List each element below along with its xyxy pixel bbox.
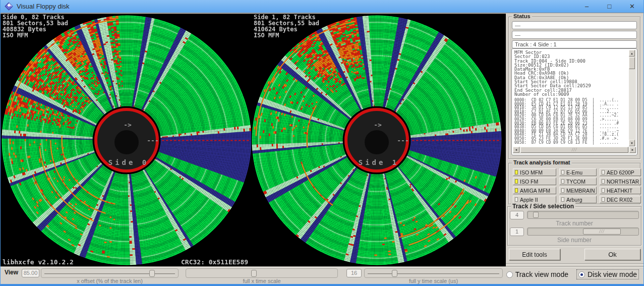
format-toggle-dec-rx02[interactable]: DEC RX02 <box>600 196 641 203</box>
side-number-value[interactable]: 1 <box>510 227 524 236</box>
view-mode-track-view-mode[interactable]: Track view mode <box>505 270 570 279</box>
maximize-button[interactable]: □ <box>598 0 621 13</box>
format-toggle-amiga-mfm[interactable]: AMIGA MFM <box>513 187 556 194</box>
track-side-status-field: Track : 4 Side : 1 <box>512 40 637 48</box>
format-label: Arburg <box>566 197 582 203</box>
format-label: HEATHKIT <box>607 188 632 194</box>
format-toggle-membrain[interactable]: MEMBRAIN <box>559 187 597 194</box>
horizontal-scrollbar[interactable]: ◄ /// ► <box>513 147 636 154</box>
slider-groove <box>368 273 499 274</box>
unchecked-indicator-icon <box>602 197 605 202</box>
side-number-slider[interactable]: /// <box>527 227 639 236</box>
track-number-slider[interactable] <box>527 211 639 219</box>
scroll-right-icon[interactable]: ► <box>629 147 636 153</box>
close-button[interactable]: ✕ <box>621 0 643 13</box>
checked-indicator-icon <box>515 188 518 193</box>
view-label: View <box>5 269 18 276</box>
sector-info-box[interactable]: MFM Sector Sector ID:023 Track ID:004 - … <box>511 48 637 155</box>
unchecked-indicator-icon <box>602 188 605 193</box>
ok-button[interactable]: Ok <box>584 249 640 260</box>
format-label: AMIGA MFM <box>520 188 550 194</box>
format-toggle-e-emu[interactable]: E-Emu <box>559 168 597 176</box>
y-scale-value[interactable]: 16 <box>346 269 362 277</box>
format-label: TYCOM <box>566 179 586 185</box>
status-field-2: — <box>512 31 637 39</box>
status-group: Status — — Track : 4 Side : 1 MFM Sector… <box>508 17 640 159</box>
track-side-selection-title: Track / Side selection <box>511 203 575 210</box>
disk-visualization-area: Side 0, 82 Tracks 801 Sectors,53 bad 408… <box>1 14 506 266</box>
format-toggle-iso-mfm[interactable]: ISO MFM <box>513 168 556 176</box>
y-scale-label: full y time scale (us) <box>364 278 503 284</box>
slider-groove <box>44 273 175 274</box>
format-toggle-heathkit[interactable]: HEATHKIT <box>600 187 641 194</box>
library-version-text: libhxcfe v2.10.2.2 <box>3 258 74 266</box>
view-mode-label: Track view mode <box>515 270 568 278</box>
track-number-value[interactable]: 4 <box>510 211 524 219</box>
panel-divider <box>506 263 643 264</box>
edit-tools-button[interactable]: Edit tools <box>509 249 560 260</box>
x-offset-value[interactable]: 85.00 <box>22 269 39 277</box>
minimize-button[interactable]: – <box>575 0 598 13</box>
format-toggle-tycom[interactable]: TYCOM <box>559 178 597 185</box>
track-analysis-title: Track analysis format <box>512 159 572 165</box>
format-toggle-arburg[interactable]: Arburg <box>559 196 597 203</box>
scroll-up-icon[interactable]: ▲ <box>629 50 635 56</box>
x-offset-thumb[interactable] <box>149 270 155 277</box>
x-scale-slider[interactable] <box>186 268 338 278</box>
view-mode-disk-view-mode[interactable]: Disk view mode <box>577 270 638 279</box>
unchecked-indicator-icon <box>561 170 564 175</box>
status-group-title: Status <box>512 13 532 19</box>
format-toggle-iso-fm[interactable]: ISO FM <box>513 178 556 185</box>
track-analysis-group: Track analysis format ISO MFME-EmuAED 62… <box>508 163 640 204</box>
hex-dump: 0000: CD 02 C7 E1 D1 28 09 D5 | .....(..… <box>514 98 619 144</box>
horizontal-scroll-thumb[interactable]: /// <box>520 147 628 153</box>
window-title: Visual Floppy disk <box>17 3 70 10</box>
view-mode-label: Disk view mode <box>588 270 637 278</box>
format-toggle-apple-ii[interactable]: Apple II <box>513 196 556 203</box>
radio-icon[interactable] <box>506 271 513 278</box>
scroll-down-icon[interactable]: ▼ <box>629 140 635 146</box>
view-mode-group: Track view modeDisk view mode <box>505 270 638 279</box>
unchecked-indicator-icon <box>602 170 605 175</box>
titlebar[interactable]: Visual Floppy disk – □ ✕ <box>1 0 643 13</box>
unchecked-indicator-icon <box>515 197 518 202</box>
format-toggle-grid: ISO MFME-EmuAED 6200PISO FMTYCOMNORTHSTA… <box>513 168 641 203</box>
vertical-scrollbar[interactable]: ▲ ▼ <box>629 50 636 146</box>
format-label: Apple II <box>520 197 538 203</box>
side-number-label: Side number <box>508 237 641 244</box>
track-side-selection-group: Track / Side selection 4 Track number 1 … <box>507 206 641 246</box>
disk-visualization-side-0[interactable] <box>1 14 253 266</box>
view-bar: View 85.00 x offset (% of the track len)… <box>1 266 643 284</box>
app-icon <box>5 2 13 11</box>
checked-indicator-icon <box>515 170 518 175</box>
y-scale-thumb[interactable] <box>392 270 397 277</box>
y-scale-slider[interactable] <box>364 268 503 278</box>
format-label: AED 6200P <box>607 169 634 176</box>
unchecked-indicator-icon <box>561 179 564 184</box>
disk-side0-info: Side 0, 82 Tracks 801 Sectors,53 bad 408… <box>3 14 68 38</box>
disk-side1-info: Side 1, 82 Tracks 801 Sectors,55 bad 410… <box>254 14 319 38</box>
x-scale-thumb[interactable] <box>251 270 257 277</box>
disk-visualization-side-1[interactable] <box>251 14 503 266</box>
format-label: ISO MFM <box>520 169 543 176</box>
crc32-text: CRC32: 0x511EE589 <box>181 258 248 266</box>
status-field-1: — <box>512 21 637 29</box>
checked-indicator-icon <box>515 179 518 184</box>
format-toggle-aed-6200p[interactable]: AED 6200P <box>600 168 641 176</box>
track-number-label: Track number <box>508 220 641 227</box>
x-offset-slider[interactable] <box>41 268 179 278</box>
right-panel: Status — — Track : 4 Side : 1 MFM Sector… <box>506 14 643 266</box>
sector-info-text: MFM Sector Sector ID:023 Track ID:004 - … <box>514 50 591 96</box>
format-toggle-northstar[interactable]: NORTHSTAR <box>600 178 641 185</box>
unchecked-indicator-icon <box>561 197 564 202</box>
scroll-left-icon[interactable]: ◄ <box>513 147 519 153</box>
side-slider-thumb[interactable]: /// <box>583 228 621 235</box>
format-label: MEMBRAIN <box>566 188 595 194</box>
x-scale-label: full x time scale <box>186 278 338 284</box>
track-slider-thumb[interactable] <box>533 212 539 218</box>
unchecked-indicator-icon <box>602 179 605 184</box>
format-label: ISO FM <box>520 179 538 185</box>
radio-selected-icon[interactable] <box>578 271 585 278</box>
vertical-scroll-thumb[interactable] <box>629 57 635 69</box>
format-label: NORTHSTAR <box>607 179 639 185</box>
